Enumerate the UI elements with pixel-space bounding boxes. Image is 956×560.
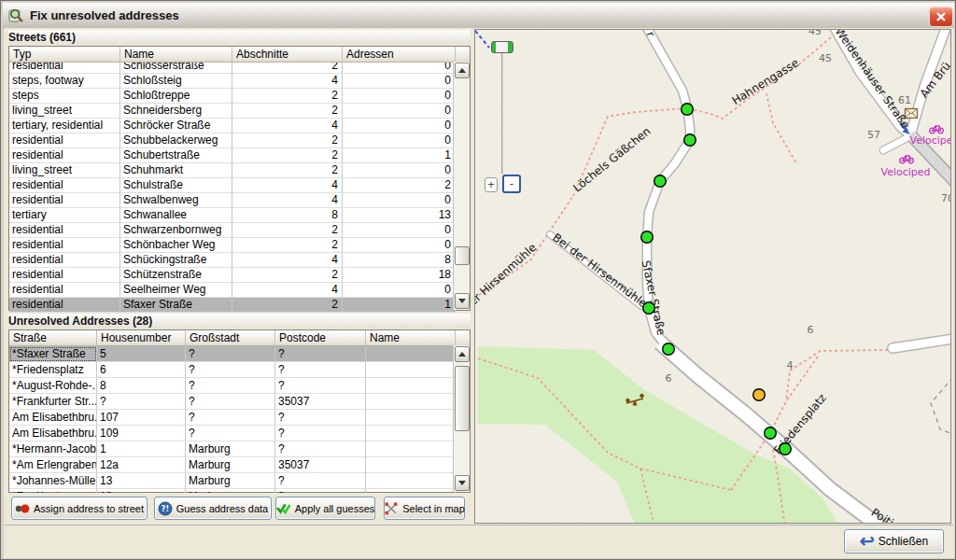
table-cell[interactable]: *Friedensplatz	[9, 362, 97, 378]
table-row[interactable]: living_streetSchuhmarkt20	[9, 163, 456, 178]
table-cell[interactable]: 35037	[275, 457, 366, 473]
table-cell[interactable]: residential	[9, 178, 120, 193]
table-cell[interactable]: Schubertstraße	[120, 148, 232, 163]
table-row[interactable]: tertiary, residentialSchröcker Straße40	[9, 119, 456, 133]
table-cell[interactable]: 2	[232, 238, 343, 253]
table-cell[interactable]: Schloßtreppe	[120, 89, 232, 104]
table-row[interactable]: residentialSchubertstraße21	[9, 148, 456, 163]
table-cell[interactable]: 2	[232, 223, 343, 238]
table-cell[interactable]: residential	[9, 238, 120, 253]
column-header[interactable]: Housenumber	[97, 330, 186, 345]
table-row[interactable]: tertiarySchwanallee813	[9, 208, 456, 223]
table-cell[interactable]: Schückingstraße	[120, 253, 232, 268]
table-cell[interactable]: residential	[9, 148, 120, 163]
table-row[interactable]: *Am Erlengraben12aMarburg35037	[9, 457, 456, 473]
table-cell[interactable]: 2	[232, 148, 343, 163]
table-row[interactable]: *Hermann-Jacob...1Marburg?	[9, 441, 456, 457]
table-cell[interactable]: *Johannes-Mülle...	[9, 473, 97, 489]
table-cell[interactable]: 18	[343, 268, 456, 283]
table-row[interactable]: residentialSchwalbenweg40	[9, 193, 456, 208]
table-cell[interactable]: *August-Rohde-...	[9, 378, 97, 394]
scrollbar-thumb[interactable]	[455, 366, 470, 431]
address-node-green[interactable]	[654, 175, 667, 188]
close-window-button[interactable]	[929, 7, 953, 27]
table-cell[interactable]: Seelheimer Weg	[120, 283, 232, 298]
table-cell[interactable]: 0	[343, 89, 456, 104]
table-cell[interactable]	[366, 457, 456, 473]
zoom-slider-handle[interactable]	[491, 41, 513, 53]
address-node-green[interactable]	[682, 104, 694, 116]
table-cell[interactable]: Schwalbenweg	[120, 193, 232, 208]
table-cell[interactable]: residential	[9, 253, 120, 268]
table-cell[interactable]: *Zur Kaute	[9, 489, 97, 493]
table-cell[interactable]: 4	[232, 193, 343, 208]
table-cell[interactable]	[366, 410, 456, 426]
table-cell[interactable]: Marburg	[186, 473, 275, 489]
table-cell[interactable]: Schubbelackerweg	[120, 133, 232, 148]
table-cell[interactable]: residential	[9, 133, 120, 148]
addresses-scrollbar[interactable]	[453, 345, 470, 492]
table-cell[interactable]	[366, 473, 456, 489]
table-cell[interactable]: living_street	[9, 163, 120, 178]
table-cell[interactable]: ?	[275, 473, 366, 489]
table-cell[interactable]: 2	[343, 178, 456, 193]
table-cell[interactable]: 0	[343, 119, 456, 133]
table-cell[interactable]: 4	[232, 178, 343, 193]
table-row[interactable]: steps, footwaySchloßsteig40	[9, 74, 456, 89]
table-row[interactable]: residentialSchwarzenbornweg20	[9, 223, 456, 238]
table-row[interactable]: residentialSchückingstraße48	[9, 253, 456, 268]
table-row[interactable]: Am Elisabethbru...107??	[9, 410, 456, 426]
table-row[interactable]: residentialSchönbacher Weg20	[9, 238, 456, 253]
table-cell[interactable]: Schloßsteig	[120, 74, 232, 89]
column-header[interactable]: Typ	[9, 47, 120, 62]
table-cell[interactable]: *Hermann-Jacob...	[9, 441, 97, 457]
scroll-up-button[interactable]	[455, 63, 470, 78]
table-cell[interactable]: Schwanallee	[120, 208, 232, 223]
table-cell[interactable]: tertiary	[9, 208, 120, 223]
table-cell[interactable]: 107	[97, 410, 186, 426]
table-cell[interactable]: *Sfaxer Straße	[9, 346, 97, 362]
table-row[interactable]: Am Elisabethbru...109??	[9, 426, 456, 441]
table-cell[interactable]: ?	[275, 362, 366, 378]
table-row[interactable]: residentialSchulstraße42	[9, 178, 456, 193]
table-cell[interactable]: ?	[186, 410, 275, 426]
table-row[interactable]: *Zur Kaute13Marburg?	[9, 489, 456, 493]
column-header[interactable]: Name	[120, 47, 232, 62]
table-row[interactable]: *Frankfurter Str...??35037	[9, 394, 456, 410]
table-cell[interactable]	[366, 362, 456, 378]
table-cell[interactable]: ?	[186, 346, 275, 362]
table-cell[interactable]: residential	[9, 268, 120, 283]
table-row[interactable]: living_streetSchneidersberg20	[9, 104, 456, 119]
zoom-slider-track[interactable]	[501, 52, 503, 174]
table-row[interactable]: residentialSchubbelackerweg20	[9, 133, 456, 148]
table-cell[interactable]: 0	[343, 74, 456, 89]
address-node-yellow[interactable]	[753, 389, 766, 401]
table-cell[interactable]: ?	[275, 378, 366, 394]
table-cell[interactable]: 0	[343, 63, 456, 74]
table-cell[interactable]: 2	[232, 268, 343, 283]
table-cell[interactable]: ?	[275, 426, 366, 441]
table-row[interactable]: *Sfaxer Straße5??	[9, 346, 456, 362]
table-cell[interactable]: residential	[9, 63, 120, 74]
table-cell[interactable]: 2	[232, 133, 343, 148]
table-cell[interactable]: 2	[232, 63, 343, 74]
table-cell[interactable]: residential	[9, 223, 120, 238]
table-cell[interactable]: 8	[232, 208, 343, 223]
table-cell[interactable]: 4	[232, 253, 343, 268]
table-cell[interactable]: 4	[232, 119, 343, 133]
table-cell[interactable]: Schützenstraße	[120, 268, 232, 283]
table-row[interactable]: residentialSeelheimer Weg40	[9, 283, 456, 298]
table-cell[interactable]: Schlosserstraße	[120, 63, 232, 74]
address-node-green[interactable]	[641, 231, 654, 244]
table-row[interactable]: *August-Rohde-...8??	[9, 378, 456, 394]
table-cell[interactable]: ?	[275, 410, 366, 426]
table-cell[interactable]: living_street	[9, 104, 120, 119]
apply-all-guesses-button[interactable]: Apply all guesses	[275, 497, 375, 520]
table-cell[interactable]: 0	[343, 283, 456, 298]
table-cell[interactable]: 4	[232, 283, 343, 298]
column-header[interactable]: Großstadt	[186, 330, 275, 345]
address-node-green[interactable]	[643, 302, 655, 315]
column-header[interactable]: Adressen	[343, 47, 456, 62]
table-cell[interactable]: 0	[343, 238, 456, 253]
table-cell[interactable]: 1	[343, 298, 456, 313]
